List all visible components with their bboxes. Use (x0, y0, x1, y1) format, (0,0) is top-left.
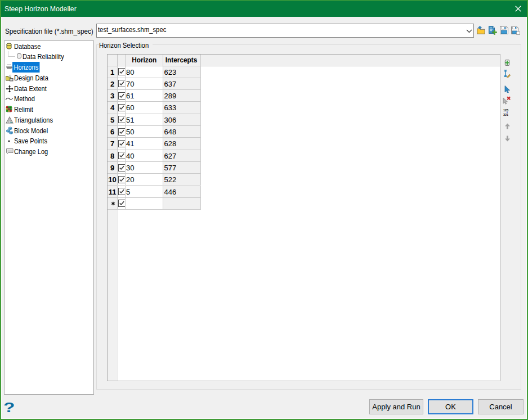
svg-text:123: 123 (503, 109, 508, 112)
svg-text:321: 321 (503, 113, 508, 116)
